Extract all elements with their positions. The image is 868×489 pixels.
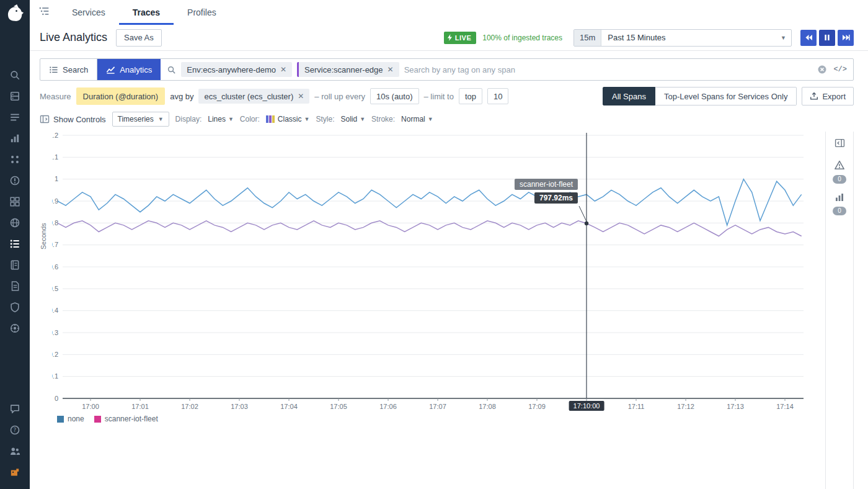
top-level-spans-button[interactable]: Top-Level Spans for Services Only — [655, 87, 797, 105]
tab-profiles[interactable]: Profiles — [174, 0, 230, 25]
time-range-selector[interactable]: 15m Past 15 Minutes ▼ — [574, 29, 792, 47]
code-view-icon[interactable]: </> — [833, 65, 847, 74]
sidebar-item-integrations[interactable] — [0, 149, 30, 170]
legend-item-scanner-iot-fleet[interactable]: scanner-iot-fleet — [94, 415, 158, 423]
svg-text:17:07: 17:07 — [429, 403, 446, 410]
users-icon — [9, 446, 20, 457]
svg-text:0.4: 0.4 — [52, 307, 58, 314]
datadog-logo[interactable] — [4, 1, 25, 27]
live-badge[interactable]: LIVE — [444, 32, 476, 44]
search-bar: Search Analytics Env:ecs-anywhere-demo ✕… — [40, 58, 854, 81]
chevron-down-icon: ▼ — [304, 116, 310, 122]
svg-text:0.1: 0.1 — [52, 372, 58, 380]
cursor-time-badge: 17:10:00 — [569, 401, 604, 411]
sidebar-item-notebooks[interactable] — [0, 254, 30, 276]
svg-text:17:03: 17:03 — [231, 403, 248, 410]
svg-text:0.9: 0.9 — [52, 197, 58, 205]
query-editor-row: Measure Duration (@duration) avg by ecs_… — [40, 87, 854, 105]
search-mode-button[interactable]: Search — [40, 59, 97, 80]
svg-text:0.3: 0.3 — [52, 329, 58, 336]
sidebar-nav — [0, 65, 30, 339]
rollup-value-selector[interactable]: 10s (auto) — [370, 88, 419, 104]
clear-search-icon[interactable] — [817, 65, 827, 74]
svg-text:17:06: 17:06 — [379, 403, 397, 410]
sidebar-item-security[interactable] — [0, 297, 30, 318]
save-as-button[interactable]: Save As — [116, 29, 162, 47]
limit-mode-selector[interactable]: top — [459, 88, 482, 104]
page-title: Live Analytics — [40, 31, 107, 44]
style-selector[interactable]: Solid▼ — [340, 115, 365, 123]
sidebar-item-search[interactable] — [0, 65, 30, 86]
sidebar-item-chat[interactable] — [0, 398, 30, 419]
filter-pill-env[interactable]: Env:ecs-anywhere-demo ✕ — [181, 62, 292, 77]
fast-forward-icon — [842, 34, 850, 41]
legend-swatch — [94, 416, 101, 423]
svg-text:17:12: 17:12 — [677, 403, 694, 410]
datadog-dog-icon — [4, 4, 25, 25]
infrastructure-icon — [9, 91, 20, 102]
all-spans-button[interactable]: All Spans — [603, 87, 655, 105]
sidebar-item-metrics[interactable] — [0, 128, 30, 149]
measure-value-pill[interactable]: Duration (@duration) — [76, 87, 166, 105]
stroke-selector[interactable]: Normal▼ — [401, 115, 433, 123]
settings-icon — [9, 323, 20, 334]
sidebar: ? — [0, 0, 30, 489]
show-controls-toggle[interactable]: Show Controls — [40, 114, 106, 124]
sidebar-item-logs[interactable] — [0, 276, 30, 297]
svg-text:0.8: 0.8 — [52, 219, 58, 227]
export-button[interactable]: Export — [802, 87, 854, 105]
color-selector[interactable]: Classic▼ — [266, 115, 310, 123]
forward-button[interactable] — [838, 30, 854, 46]
scope-toggle-group: All Spans Top-Level Spans for Services O… — [603, 87, 854, 105]
dashboards-icon — [9, 196, 20, 207]
sidebar-item-infrastructure[interactable] — [0, 86, 30, 107]
warning-icon[interactable] — [834, 159, 845, 173]
org-icon — [9, 467, 20, 478]
sidebar-item-apm[interactable] — [0, 233, 30, 254]
pause-button[interactable] — [819, 30, 835, 46]
sidebar-item-events[interactable] — [0, 107, 30, 128]
content: Search Analytics Env:ecs-anywhere-demo ✕… — [30, 51, 868, 472]
chart-legend: none scanner-iot-fleet — [57, 415, 158, 423]
sidebar-item-help[interactable]: ? — [0, 419, 30, 441]
y-axis-title: Seconds — [40, 223, 47, 249]
remove-group-icon[interactable]: ✕ — [298, 92, 304, 101]
search-input[interactable] — [404, 65, 812, 74]
svg-text:17:04: 17:04 — [280, 403, 298, 410]
warnings-count-badge: 0 — [833, 175, 846, 184]
toolbar-right: LIVE 100% of ingested traces 15m Past 15… — [444, 29, 854, 47]
sidebar-item-users[interactable] — [0, 441, 30, 462]
remove-filter-icon[interactable]: ✕ — [280, 65, 286, 74]
rewind-button[interactable] — [800, 30, 817, 46]
avg-by-selector[interactable]: avg by — [170, 92, 193, 101]
sidebar-item-dashboards[interactable] — [0, 191, 30, 212]
list-icon — [49, 65, 58, 74]
timeseries-chart-area[interactable]: Seconds 00.10.20.30.40.50.60.70.80.911.1… — [40, 132, 854, 472]
display-selector[interactable]: Lines▼ — [208, 115, 234, 123]
group-by-pill[interactable]: ecs_cluster (ecs_cluster) ✕ — [198, 89, 309, 104]
group-by-label: ecs_cluster (ecs_cluster) — [204, 92, 293, 101]
trace-tree-icon[interactable] — [38, 6, 50, 19]
tab-traces[interactable]: Traces — [119, 0, 174, 25]
collapse-panel-icon[interactable] — [835, 138, 845, 151]
related-charts-icon[interactable] — [835, 192, 844, 205]
svg-text:17:05: 17:05 — [330, 403, 347, 410]
sidebar-item-monitors[interactable] — [0, 170, 30, 191]
svg-text:17:08: 17:08 — [479, 403, 496, 410]
export-icon — [810, 92, 818, 101]
charts-count-badge: 0 — [833, 207, 846, 215]
sidebar-item-synthetics[interactable] — [0, 212, 30, 233]
tab-services[interactable]: Services — [58, 0, 119, 25]
sidebar-item-settings[interactable] — [0, 318, 30, 339]
viz-type-selector[interactable]: Timeseries▼ — [112, 112, 169, 127]
svg-text:0.2: 0.2 — [52, 351, 58, 358]
metrics-icon — [9, 133, 20, 144]
legend-item-none[interactable]: none — [57, 415, 84, 423]
remove-filter-icon[interactable]: ✕ — [388, 65, 394, 74]
sidebar-item-org[interactable] — [0, 462, 30, 483]
limit-value-selector[interactable]: 10 — [487, 88, 508, 104]
analytics-mode-button[interactable]: Analytics — [97, 59, 161, 80]
filter-pill-service[interactable]: Service:scanner-edge ✕ — [297, 62, 399, 77]
timeseries-chart[interactable]: 00.10.20.30.40.50.60.70.80.911.11.217:00… — [52, 132, 815, 423]
svg-text:17:11: 17:11 — [628, 403, 645, 410]
